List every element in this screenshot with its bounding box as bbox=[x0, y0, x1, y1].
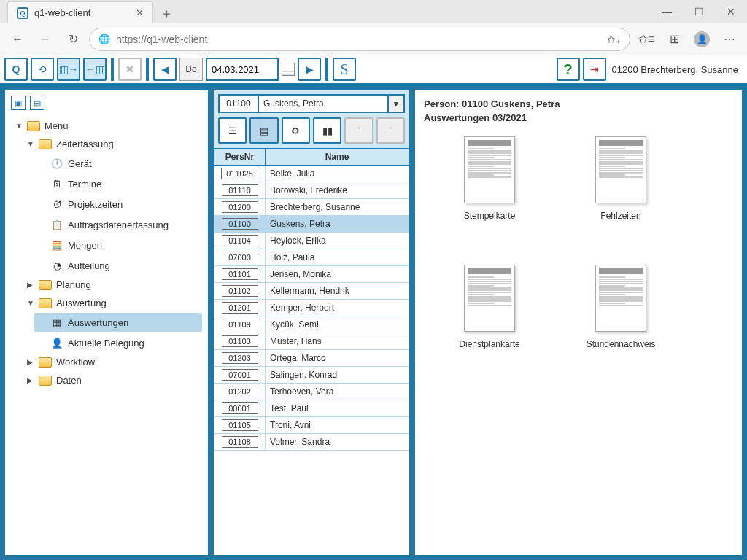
tree-leaf-zeiterfassung-5[interactable]: ◔ Aufteilung bbox=[34, 256, 202, 275]
close-tab-icon[interactable]: ✕ bbox=[136, 7, 144, 18]
reports-subheading: Auswertungen 03/2021 bbox=[424, 112, 733, 123]
nav-refresh-button[interactable]: ↻ bbox=[61, 28, 85, 51]
tree-leaf-zeiterfassung-3[interactable]: 📋 Auftragsdatenerfassung bbox=[34, 215, 202, 234]
view-columns-button[interactable]: ▮▮ bbox=[313, 117, 341, 144]
tree-label: Menü bbox=[44, 120, 69, 131]
table-row[interactable]: 01109 Kycük, Semi bbox=[214, 316, 409, 333]
tree-root-menu[interactable]: ▼ Menü bbox=[11, 117, 202, 134]
browser-tab[interactable]: Q q1-web-client ✕ bbox=[7, 1, 153, 23]
leaf-icon: ▦ bbox=[50, 316, 63, 329]
report-thumbnail[interactable]: Fehlzeiten bbox=[577, 136, 665, 221]
table-row[interactable]: 00001 Test, Paul bbox=[214, 400, 409, 417]
view-list-button[interactable]: ▤ bbox=[249, 117, 278, 144]
tree-node-auswertung[interactable]: ▼ Auswertung bbox=[23, 295, 202, 311]
table-row[interactable]: 01200 Brechterberg, Susanne bbox=[214, 199, 409, 216]
tree-node-zeiterfassung[interactable]: ▼ Zeiterfassung bbox=[23, 136, 202, 152]
table-row[interactable]: 01201 Kemper, Herbert bbox=[214, 300, 409, 316]
leaf-icon: ⏱ bbox=[50, 198, 63, 211]
new-tab-button[interactable]: ＋ bbox=[156, 3, 177, 23]
tree-label: Aktuelle Belegung bbox=[68, 338, 144, 349]
tree-leaf-zeiterfassung-4[interactable]: 🧮 Mengen bbox=[34, 236, 202, 254]
sync-button[interactable]: ⟲ bbox=[31, 58, 54, 81]
tree-label: Termine bbox=[68, 179, 101, 190]
table-row[interactable]: 07001 Salingen, Konrad bbox=[214, 367, 409, 384]
date-input[interactable] bbox=[206, 58, 279, 81]
more-button[interactable]: ⋯ bbox=[718, 28, 741, 51]
tree-node-planung[interactable]: ▶ Planung bbox=[23, 276, 202, 293]
columns-icon: ▮▮ bbox=[322, 125, 333, 136]
nav-forward-button[interactable]: → bbox=[34, 28, 57, 51]
cell-name: Heylock, Erika bbox=[266, 233, 409, 249]
leaf-icon: 🧮 bbox=[50, 238, 63, 252]
table-row[interactable]: 01103 Muster, Hans bbox=[214, 333, 409, 350]
tree-label: Planung bbox=[56, 279, 91, 290]
table-row[interactable]: 01110 Borowski, Frederike bbox=[214, 182, 409, 199]
report-thumbnail[interactable]: Dienstplankarte bbox=[446, 265, 533, 349]
url-input[interactable] bbox=[116, 34, 601, 45]
cell-name: Ortega, Marco bbox=[266, 350, 409, 367]
profile-button[interactable]: 👤 bbox=[690, 28, 713, 51]
cell-persnr: 01203 bbox=[214, 350, 266, 367]
tree-node-workflow[interactable]: ▶ Workflow bbox=[23, 354, 202, 370]
address-bar[interactable]: 🌐 ✩₊ bbox=[89, 28, 630, 51]
sidebar-right-button[interactable]: ←▥ bbox=[83, 58, 107, 81]
tree-leaf-auswertung-0[interactable]: ▦ Auswertungen bbox=[34, 313, 202, 332]
app-home-button[interactable]: Q bbox=[4, 58, 28, 81]
panel-left-icon: ▥→ bbox=[59, 63, 79, 75]
person-list-panel: 01100 Guskens, Petra ▼ ☰ ▤ ⚙ ▮▮ ˄ ˅ Pers… bbox=[213, 89, 410, 556]
window-minimize-button[interactable]: ― bbox=[651, 1, 683, 22]
prev-day-button[interactable]: ◀ bbox=[153, 58, 177, 81]
collections-button[interactable]: ⊞ bbox=[662, 28, 686, 51]
favorites-button[interactable]: ✩≡ bbox=[635, 28, 658, 51]
current-user-label: 01200 Brechterberg, Susanne bbox=[612, 64, 738, 75]
table-row[interactable]: 01202 Terhoeven, Vera bbox=[214, 384, 409, 400]
window-maximize-button[interactable]: ☐ bbox=[683, 1, 715, 22]
table-row[interactable]: 011025 Beike, Julia bbox=[214, 166, 409, 182]
tree-leaf-zeiterfassung-1[interactable]: 🗓 Termine bbox=[34, 174, 202, 193]
cell-persnr: 01102 bbox=[214, 283, 266, 300]
logout-button[interactable]: ⇥ bbox=[583, 58, 606, 81]
calendar-icon[interactable] bbox=[282, 63, 295, 76]
table-row[interactable]: 07000 Holz, Paula bbox=[214, 249, 409, 266]
tree-node-daten[interactable]: ▶ Daten bbox=[23, 372, 202, 389]
s-button[interactable]: S bbox=[333, 58, 356, 81]
window-close-button[interactable]: ✕ bbox=[715, 1, 747, 22]
folder-icon bbox=[39, 280, 52, 290]
nav-back-button[interactable]: ← bbox=[6, 28, 29, 51]
report-thumbnail[interactable]: Stundennachweis bbox=[577, 265, 665, 349]
table-row[interactable]: 01203 Ortega, Marco bbox=[214, 350, 409, 367]
tree-refresh-icon[interactable]: ▤ bbox=[30, 96, 44, 110]
app-logo-icon: Q bbox=[12, 63, 20, 75]
table-row[interactable]: 01102 Kellermann, Hendrik bbox=[214, 283, 409, 300]
table-row[interactable]: 01105 Troni, Avni bbox=[214, 417, 409, 434]
page-preview-icon bbox=[595, 136, 646, 203]
cell-name: Holz, Paula bbox=[266, 249, 409, 266]
toolbar-separator bbox=[146, 58, 149, 81]
tree-leaf-zeiterfassung-0[interactable]: 🕛 Gerät bbox=[34, 154, 202, 173]
favorite-icon[interactable]: ✩₊ bbox=[607, 34, 621, 45]
table-row[interactable]: 01104 Heylock, Erika bbox=[214, 233, 409, 249]
table-row[interactable]: 01101 Jensen, Monika bbox=[214, 266, 409, 283]
help-button[interactable]: ? bbox=[557, 58, 580, 81]
table-row[interactable]: 01100 Guskens, Petra bbox=[214, 216, 409, 233]
sidebar-left-button[interactable]: ▥→ bbox=[57, 58, 80, 81]
col-persnr[interactable]: PersNr bbox=[214, 149, 266, 166]
tree-collapse-icon[interactable]: ▣ bbox=[11, 96, 26, 110]
tree-label: Aufteilung bbox=[68, 260, 110, 271]
leaf-icon: 👤 bbox=[50, 336, 63, 349]
view-settings-button[interactable]: ⚙ bbox=[282, 117, 310, 144]
tree-leaf-zeiterfassung-2[interactable]: ⏱ Projektzeiten bbox=[34, 195, 202, 214]
tree-leaf-auswertung-1[interactable]: 👤 Aktuelle Belegung bbox=[34, 333, 202, 352]
person-selector[interactable]: 01100 Guskens, Petra ▼ bbox=[218, 94, 405, 113]
dropdown-button[interactable]: ▼ bbox=[389, 94, 405, 113]
page-preview-icon bbox=[464, 265, 515, 332]
report-thumbnail[interactable]: Stempelkarte bbox=[446, 136, 533, 221]
app-favicon: Q bbox=[17, 7, 28, 19]
chevron-right-icon: ▶ bbox=[27, 376, 34, 384]
table-row[interactable]: 01108 Volmer, Sandra bbox=[214, 434, 409, 451]
view-orgchart-button[interactable]: ☰ bbox=[218, 117, 247, 144]
move-up-button: ˄ bbox=[344, 117, 373, 144]
next-day-button[interactable]: ▶ bbox=[298, 58, 321, 81]
chevron-down-icon: ▼ bbox=[392, 100, 400, 108]
col-name[interactable]: Name bbox=[266, 149, 409, 166]
